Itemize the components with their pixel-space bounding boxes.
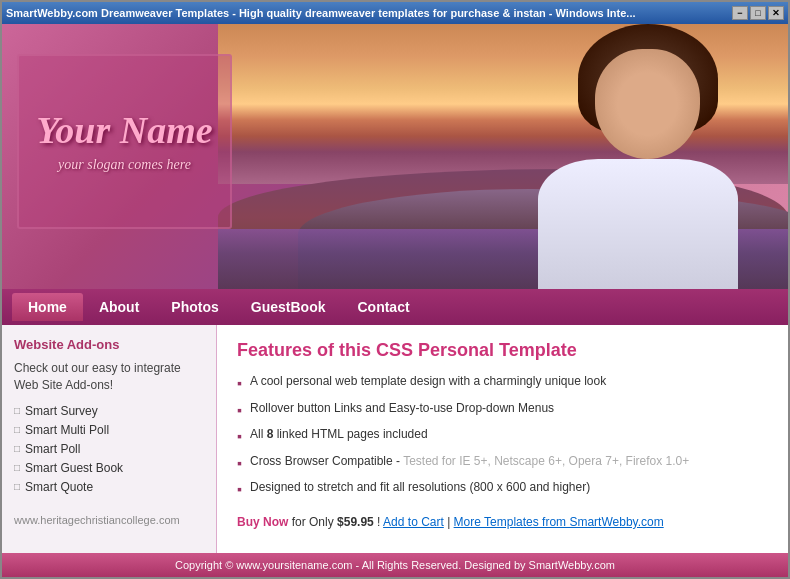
feature-item-1: ▪ A cool personal web template design wi… [237,373,768,394]
close-button[interactable]: ✕ [768,6,784,20]
person-body [538,159,738,289]
browser-content: Your Name your slogan comes here Home Ab… [2,24,788,577]
bullet-3: ▪ [237,427,242,447]
nav-about[interactable]: About [83,293,155,321]
bullet-2: ▪ [237,401,242,421]
logo-name: Your Name [36,111,212,149]
site-main: Website Add-ons Check out our easy to in… [2,325,788,553]
nav-photos[interactable]: Photos [155,293,234,321]
feature-item-4: ▪ Cross Browser Compatible - Tested for … [237,453,768,474]
sidebar-link-smart-quote[interactable]: Smart Quote [14,480,204,494]
feature-text-1: A cool personal web template design with… [250,373,606,390]
bullet-1: ▪ [237,374,242,394]
title-bar: SmartWebby.com Dreamweaver Templates - H… [2,2,788,24]
bullet-5: ▪ [237,480,242,500]
feature-item-5: ▪ Designed to stretch and fit all resolu… [237,479,768,500]
footer-text: Copyright © www.yoursitename.com - All R… [175,559,615,571]
sidebar-title: Website Add-ons [14,337,204,352]
logo-box: Your Name your slogan comes here [17,54,232,229]
sidebar-link-smart-multi-poll[interactable]: Smart Multi Poll [14,423,204,437]
logo-slogan: your slogan comes here [58,157,191,173]
sidebar-link-smart-survey[interactable]: Smart Survey [14,404,204,418]
more-templates-link[interactable]: More Templates from SmartWebby.com [454,515,664,529]
nav-contact[interactable]: Contact [341,293,425,321]
bullet-4: ▪ [237,454,242,474]
sidebar-bottom-text: www.heritagechristiancollege.com [14,514,204,526]
feature-text-4: Cross Browser Compatible - Tested for IE… [250,453,689,470]
feature-item-3: ▪ All 8 linked HTML pages included [237,426,768,447]
buy-now-link[interactable]: Buy Now [237,515,288,529]
feature-text-2: Rollover button Links and Easy-to-use Dr… [250,400,554,417]
site-wrapper: Your Name your slogan comes here Home Ab… [2,24,788,577]
sidebar-link-smart-guest-book[interactable]: Smart Guest Book [14,461,204,475]
buy-section: Buy Now for Only $59.95 ! Add to Cart | … [237,515,768,529]
main-content: Features of this CSS Personal Template ▪… [217,325,788,553]
person-shape [508,29,768,289]
add-to-cart-link[interactable]: Add to Cart [383,515,444,529]
site-footer: Copyright © www.yoursitename.com - All R… [2,553,788,577]
feature-text-5: Designed to stretch and fit all resoluti… [250,479,590,496]
sidebar-description: Check out our easy to integrate Web Site… [14,360,204,394]
sidebar-link-smart-poll[interactable]: Smart Poll [14,442,204,456]
person-face [595,49,700,159]
browser-window: SmartWebby.com Dreamweaver Templates - H… [0,0,790,579]
feature-list: ▪ A cool personal web template design wi… [237,373,768,500]
minimize-button[interactable]: − [732,6,748,20]
content-title: Features of this CSS Personal Template [237,340,768,361]
nav-home[interactable]: Home [12,293,83,321]
site-header: Your Name your slogan comes here [2,24,788,289]
sidebar-links: Smart Survey Smart Multi Poll Smart Poll… [14,404,204,494]
feature-item-2: ▪ Rollover button Links and Easy-to-use … [237,400,768,421]
maximize-button[interactable]: □ [750,6,766,20]
buy-price: $59.95 [337,515,374,529]
nav-guestbook[interactable]: GuestBook [235,293,342,321]
site-nav: Home About Photos GuestBook Contact [2,289,788,325]
sidebar: Website Add-ons Check out our easy to in… [2,325,217,553]
person-photo [488,24,788,289]
window-title: SmartWebby.com Dreamweaver Templates - H… [6,7,636,19]
feature-text-3: All 8 linked HTML pages included [250,426,428,443]
window-controls: − □ ✕ [732,6,784,20]
buy-mid-text: for Only [292,515,337,529]
